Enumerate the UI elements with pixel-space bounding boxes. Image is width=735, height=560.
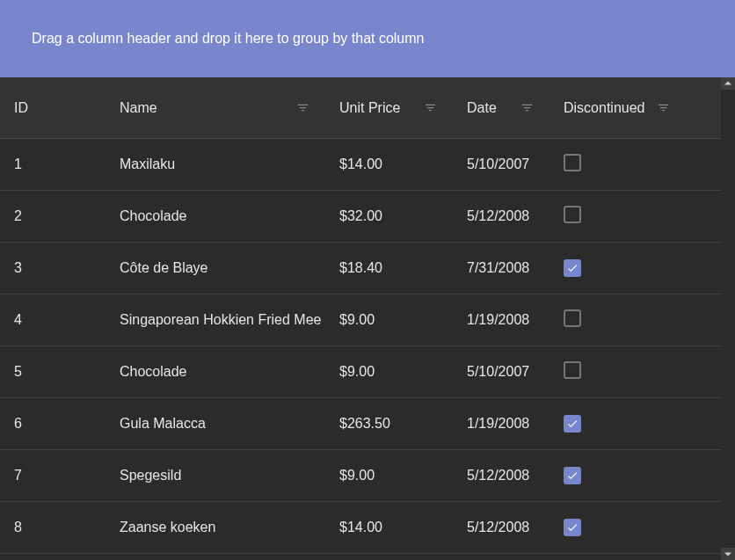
column-label: Discontinued [564,100,645,116]
cell-id: 4 [0,312,106,328]
discontinued-checkbox[interactable] [564,361,581,379]
grid-body: 1Maxilaku$14.005/10/20072Chocolade$32.00… [0,139,721,554]
cell-unit-price: $14.00 [325,156,453,172]
cell-unit-price: $263.50 [325,416,453,432]
cell-name: Spegesild [106,468,325,484]
cell-name: Chocolade [106,208,325,224]
cell-name: Côte de Blaye [106,260,325,276]
discontinued-checkbox[interactable] [564,415,581,433]
cell-name: Singaporean Hokkien Fried Mee [106,312,325,328]
discontinued-checkbox[interactable] [564,154,581,171]
cell-date: 1/19/2008 [453,416,549,432]
discontinued-checkbox[interactable] [564,309,581,327]
cell-unit-price: $9.00 [325,312,453,328]
column-header-id[interactable]: ID [0,77,106,138]
column-header-discontinued[interactable]: Discontinued [549,77,686,138]
cell-discontinued [549,415,686,433]
table-row[interactable]: 4Singaporean Hokkien Fried Mee$9.001/19/… [0,295,721,346]
cell-date: 7/31/2008 [453,260,549,276]
cell-id: 3 [0,260,106,276]
discontinued-checkbox[interactable] [564,206,581,223]
table-row[interactable]: 7Spegesild$9.005/12/2008 [0,450,721,502]
cell-unit-price: $9.00 [325,468,453,484]
cell-unit-price: $14.00 [325,520,453,535]
column-label: Date [467,100,497,116]
column-header-date[interactable]: Date [453,77,549,138]
cell-name: Chocolade [106,364,325,380]
column-label: ID [14,100,28,116]
cell-discontinued [549,519,686,537]
cell-discontinued [549,309,686,331]
filter-icon[interactable] [518,99,535,117]
cell-unit-price: $18.40 [325,260,453,276]
cell-id: 6 [0,416,106,432]
column-header-name[interactable]: Name [106,77,325,138]
grid-content: ID Name Unit Price Date D [0,77,721,554]
cell-unit-price: $32.00 [325,208,453,224]
cell-name: Zaanse koeken [106,520,325,535]
cell-date: 5/12/2008 [453,468,549,484]
table-row[interactable]: 5Chocolade$9.005/10/2007 [0,346,721,398]
cell-id: 5 [0,364,106,380]
cell-id: 2 [0,208,106,224]
cell-date: 5/10/2007 [453,156,549,172]
cell-id: 8 [0,520,106,535]
group-panel-hint: Drag a column header and drop it here to… [32,31,425,47]
table-row[interactable]: 2Chocolade$32.005/12/2008 [0,191,721,243]
table-row[interactable]: 1Maxilaku$14.005/10/2007 [0,139,721,191]
cell-discontinued [549,206,686,227]
cell-discontinued [549,467,686,485]
table-row[interactable]: 3Côte de Blaye$18.407/31/2008 [0,243,721,295]
cell-unit-price: $9.00 [325,364,453,380]
cell-id: 1 [0,156,106,172]
cell-name: Gula Malacca [106,416,325,432]
cell-date: 5/10/2007 [453,364,549,380]
discontinued-checkbox[interactable] [564,259,581,277]
discontinued-checkbox[interactable] [564,519,581,536]
column-label: Name [120,100,157,116]
cell-id: 7 [0,468,106,484]
discontinued-checkbox[interactable] [564,467,581,484]
filter-icon[interactable] [421,99,439,117]
table-row[interactable]: 8Zaanse koeken$14.005/12/2008 [0,502,721,554]
scroll-down-button[interactable] [721,548,735,560]
cell-discontinued [549,154,686,175]
filter-icon[interactable] [294,99,311,117]
filter-icon[interactable] [654,99,672,117]
column-label: Unit Price [339,100,400,116]
column-header-unit-price[interactable]: Unit Price [325,77,453,138]
table-row[interactable]: 6Gula Malacca$263.501/19/2008 [0,398,721,450]
column-header-row: ID Name Unit Price Date D [0,77,721,139]
cell-discontinued [549,361,686,382]
cell-name: Maxilaku [106,156,325,172]
scroll-up-button[interactable] [721,77,735,90]
cell-date: 5/12/2008 [453,520,549,535]
group-drop-panel[interactable]: Drag a column header and drop it here to… [0,0,735,77]
cell-discontinued [549,259,686,278]
cell-date: 5/12/2008 [453,208,549,224]
data-grid: Drag a column header and drop it here to… [0,0,735,560]
cell-date: 1/19/2008 [453,312,549,328]
